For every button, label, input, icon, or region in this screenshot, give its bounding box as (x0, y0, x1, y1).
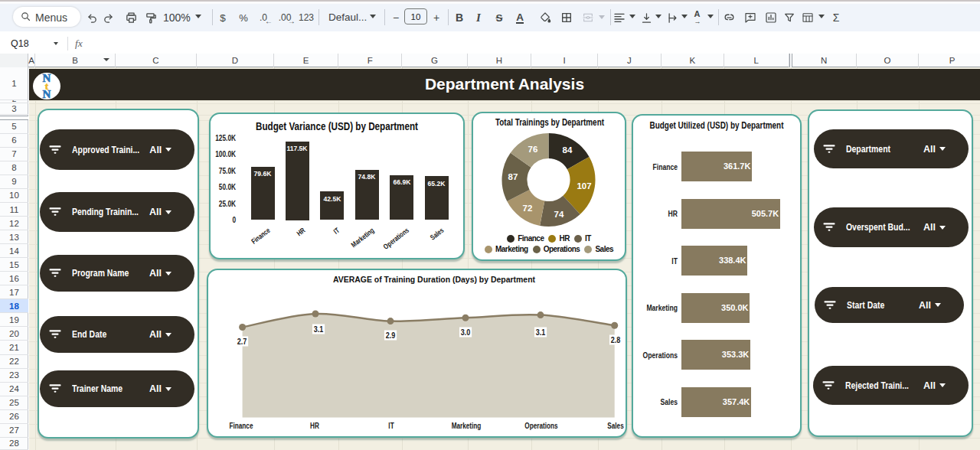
svg-text:84: 84 (563, 145, 573, 155)
svg-text:107: 107 (577, 181, 591, 191)
svg-text:72: 72 (523, 204, 533, 213)
svg-text:76: 76 (528, 145, 538, 154)
svg-text:87: 87 (508, 172, 518, 181)
svg-text:74: 74 (554, 210, 564, 219)
